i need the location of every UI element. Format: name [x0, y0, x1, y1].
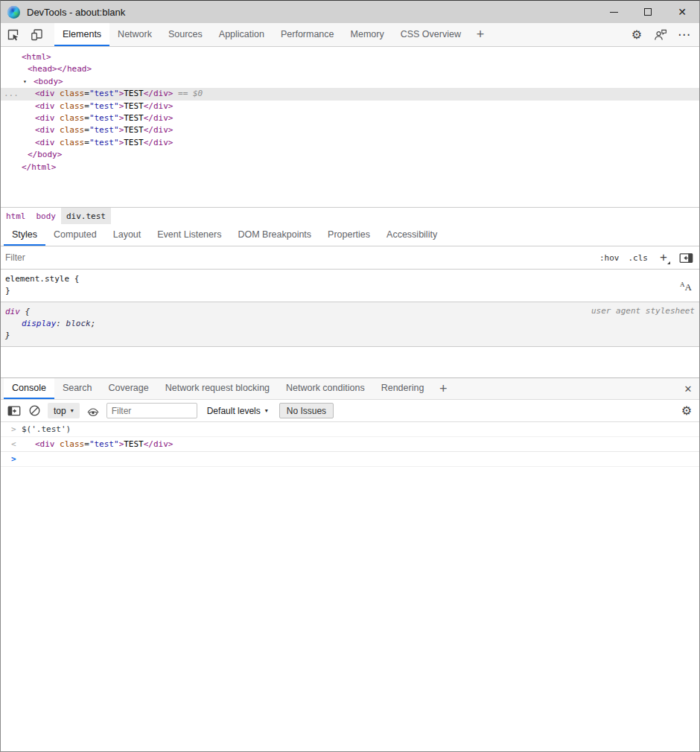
log-levels-dropdown[interactable]: Default levels ▾: [207, 406, 268, 416]
dom-tree-line[interactable]: ▾<body>: [1, 76, 699, 88]
element-style-rule[interactable]: element.style { } AA: [1, 270, 699, 302]
more-dots-icon: ⋯: [678, 27, 691, 42]
device-toolbar-icon: [31, 28, 43, 41]
element-style-open: element.style {: [5, 273, 695, 285]
dom-tree-line[interactable]: <div class="test">TEST</div>: [1, 124, 699, 136]
live-expression-button[interactable]: [86, 404, 100, 418]
result-value: <div class="test">TEST</div>: [35, 439, 174, 449]
maximize-icon: [644, 8, 652, 16]
titlebar: DevTools - about:blank ✕: [1, 1, 699, 23]
tab-network-conditions[interactable]: Network conditions: [278, 378, 373, 399]
tab-styles[interactable]: Styles: [4, 224, 45, 246]
chevron-down-icon: ▾: [265, 407, 268, 414]
dom-tree-line[interactable]: <html>: [1, 51, 699, 63]
font-editor-icon[interactable]: AA: [680, 280, 692, 293]
pseudo-state-toggle[interactable]: :hov: [599, 253, 620, 263]
element-classes-toggle[interactable]: .cls: [629, 253, 649, 263]
command-expression: $('.test'): [22, 424, 71, 434]
inspect-cursor-icon: [7, 28, 19, 41]
dom-tree-line[interactable]: <div class="test">TEST</div>: [1, 137, 699, 149]
maximize-button[interactable]: [631, 1, 665, 23]
tab-performance[interactable]: Performance: [273, 23, 343, 46]
dom-tree-line[interactable]: </html>: [1, 162, 699, 173]
more-options-button[interactable]: ⋯: [672, 23, 696, 46]
tab-computed[interactable]: Computed: [45, 224, 105, 246]
add-panel-button[interactable]: +: [469, 23, 491, 46]
console-result-row[interactable]: <<div class="test">TEST</div>: [1, 437, 699, 452]
console-prompt-row[interactable]: >: [1, 452, 699, 467]
tab-network-request-blocking[interactable]: Network request blocking: [157, 378, 278, 399]
console-filter-input[interactable]: [106, 403, 197, 418]
devtools-window: DevTools - about:blank ✕ Elements Networ…: [0, 0, 700, 752]
main-toolbar: Elements Network Sources Application Per…: [1, 23, 699, 47]
minimize-button[interactable]: [596, 1, 631, 23]
dom-tree: <html><head></head>▾<body>...<div class=…: [1, 47, 699, 207]
clear-console-button[interactable]: [28, 404, 41, 418]
tab-accessibility[interactable]: Accessibility: [378, 224, 445, 246]
console-empty-area: [1, 467, 699, 751]
gear-icon: ⚙: [631, 28, 642, 42]
element-style-close: }: [5, 285, 695, 297]
breadcrumb-div-test[interactable]: div.test: [61, 208, 111, 224]
issues-label: No Issues: [287, 406, 326, 416]
tab-rendering[interactable]: Rendering: [373, 378, 433, 399]
dom-tree-line[interactable]: </body>: [1, 149, 699, 161]
stylesheet-origin-label: user agent stylesheet: [591, 306, 695, 316]
drawer-close-icon: ✕: [684, 383, 693, 395]
dom-tree-line[interactable]: ...<div class="test">TEST</div> == $0: [1, 88, 699, 100]
tab-sources[interactable]: Sources: [160, 23, 211, 46]
feedback-person-icon: [654, 29, 667, 41]
breadcrumb-body[interactable]: body: [31, 208, 62, 224]
eye-icon: [86, 406, 100, 416]
tab-application[interactable]: Application: [211, 23, 273, 46]
tab-console[interactable]: Console: [4, 378, 54, 399]
new-style-rule-button[interactable]: +: [657, 251, 670, 264]
execution-context-selector[interactable]: top ▾: [48, 403, 80, 418]
styles-filter-input[interactable]: [5, 249, 591, 267]
close-drawer-button[interactable]: ✕: [677, 378, 699, 399]
dom-tree-line[interactable]: <div class="test">TEST</div>: [1, 112, 699, 124]
close-button[interactable]: ✕: [665, 1, 699, 23]
plus-corner-caret: [667, 261, 670, 264]
breadcrumb-html[interactable]: html: [1, 208, 31, 224]
issues-counter[interactable]: No Issues: [279, 403, 334, 418]
toolbar-right-actions: ⚙ ⋯: [625, 23, 699, 46]
user-agent-rule[interactable]: div { display: block; } user agent style…: [1, 302, 699, 347]
tab-search[interactable]: Search: [54, 378, 101, 399]
styles-filter-bar: :hov .cls +: [1, 246, 699, 270]
console-command-row[interactable]: >$('.test'): [1, 422, 699, 437]
inspect-element-button[interactable]: [1, 23, 25, 46]
dom-tree-line[interactable]: <div class="test">TEST</div>: [1, 101, 699, 112]
tab-css-overview[interactable]: CSS Overview: [392, 23, 469, 46]
breadcrumb: html body div.test: [1, 207, 699, 224]
expand-arrow-icon[interactable]: ▾: [23, 76, 34, 88]
tab-coverage[interactable]: Coverage: [100, 378, 156, 399]
window-controls: ✕: [596, 1, 699, 23]
tab-properties[interactable]: Properties: [319, 224, 378, 246]
device-toolbar-button[interactable]: [25, 23, 48, 46]
computed-sidebar-toggle-icon[interactable]: [679, 252, 693, 264]
tab-event-listeners[interactable]: Event Listeners: [149, 224, 229, 246]
console-sidebar-toggle-button[interactable]: [7, 404, 21, 418]
styles-empty-area: [1, 347, 699, 377]
ua-close-brace: }: [5, 330, 695, 342]
tab-network[interactable]: Network: [109, 23, 160, 46]
edge-logo-icon: [7, 6, 20, 19]
window-title: DevTools - about:blank: [27, 7, 125, 18]
console-settings-button[interactable]: ⚙: [680, 404, 693, 418]
settings-button[interactable]: ⚙: [625, 23, 649, 46]
chevron-down-icon: ▾: [71, 407, 74, 414]
console-messages: >$('.test') <<div class="test">TEST</div…: [1, 422, 699, 467]
tab-elements[interactable]: Elements: [54, 23, 109, 46]
drawer-tabs: Console Search Coverage Network request …: [1, 377, 699, 400]
tab-memory[interactable]: Memory: [343, 23, 392, 46]
add-drawer-tab-button[interactable]: +: [432, 378, 454, 399]
tab-layout[interactable]: Layout: [105, 224, 150, 246]
feedback-button[interactable]: [649, 23, 672, 46]
overflow-dots: ...: [4, 88, 19, 100]
close-icon: ✕: [678, 7, 687, 17]
minimize-icon: [610, 12, 618, 13]
plus-icon: +: [660, 250, 667, 265]
dom-tree-line[interactable]: <head></head>: [1, 63, 699, 75]
tab-dom-breakpoints[interactable]: DOM Breakpoints: [229, 224, 319, 246]
